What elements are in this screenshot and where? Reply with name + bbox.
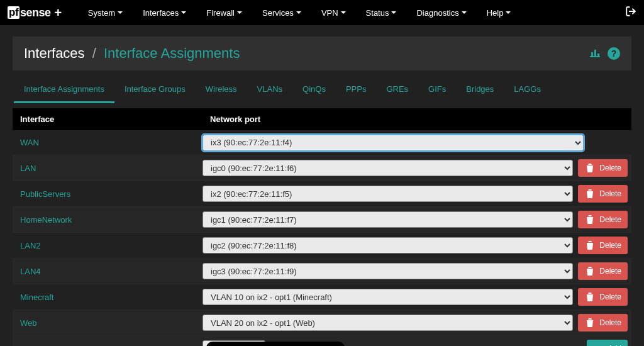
svg-rect-1 — [590, 56, 600, 57]
interface-link[interactable]: HomeNetwork — [13, 211, 203, 228]
nav-item-vpn[interactable]: VPN — [311, 8, 356, 18]
nav-item-label: Interfaces — [143, 8, 179, 18]
table-row: HomeNetworkigc1 (90:ec:77:2e:11:f7)Delet… — [13, 207, 631, 233]
tab-interface-groups[interactable]: Interface Groups — [114, 77, 196, 103]
svg-rect-3 — [594, 50, 596, 56]
tab-ppps[interactable]: PPPs — [336, 77, 377, 103]
trash-icon — [584, 291, 596, 303]
table-row: WANix3 (90:ec:77:2e:11:f4) — [13, 130, 631, 155]
breadcrumb-sep: / — [92, 45, 96, 61]
table-row: PublicServersix2 (90:ec:77:2e:11:f5)Dele… — [13, 181, 631, 207]
tab-laggs[interactable]: LAGGs — [504, 77, 551, 103]
tab-vlans[interactable]: VLANs — [247, 77, 292, 103]
trash-icon — [584, 162, 596, 174]
port-cell: igc3 (90:ec:77:2e:11:f9)Delete — [203, 262, 631, 280]
nav-item-firewall[interactable]: Firewall — [196, 8, 252, 18]
table-row: LAN2igc2 (90:ec:77:2e:11:f8)Delete — [13, 233, 631, 259]
chevron-down-icon — [181, 11, 186, 14]
interface-link[interactable]: LAN — [13, 160, 203, 177]
tab-qinqs[interactable]: QinQs — [292, 77, 336, 103]
trash-icon — [584, 240, 596, 251]
status-chart-icon[interactable] — [590, 48, 600, 59]
nav-item-label: Diagnostics — [416, 8, 458, 18]
tab-gres[interactable]: GREs — [376, 77, 418, 103]
port-cell: VLAN 10 on ix2 - opt1 (Minecraft)Delete — [203, 288, 631, 306]
port-cell: igc1 (90:ec:77:2e:11:f7)Delete — [203, 211, 631, 228]
interface-link[interactable]: Minecraft — [13, 289, 203, 306]
table-row: LAN4igc3 (90:ec:77:2e:11:f9)Delete — [13, 259, 631, 284]
breadcrumb: Interfaces / Interface Assignments — [24, 45, 240, 62]
breadcrumb-sub[interactable]: Interface Assignments — [104, 45, 240, 61]
nav-item-status[interactable]: Status — [356, 8, 407, 18]
svg-rect-2 — [591, 52, 593, 56]
port-cell: ix3 (90:ec:77:2e:11:f4) — [203, 135, 631, 151]
interface-link[interactable]: WAN — [13, 134, 203, 151]
nav-item-interfaces[interactable]: Interfaces — [133, 8, 196, 18]
plus-icon: + — [593, 343, 604, 346]
logo-plus: + — [55, 6, 62, 20]
available-ports-label: Available network ports: — [13, 340, 203, 347]
available-ports-row: Available network ports: + Add — [13, 336, 631, 346]
delete-button-label: Delete — [599, 241, 621, 250]
nav-item-system[interactable]: System — [78, 8, 133, 18]
nav-item-help[interactable]: Help — [477, 8, 521, 18]
header-actions: ? — [590, 47, 620, 60]
port-cell: ix2 (90:ec:77:2e:11:f5)Delete — [203, 185, 631, 203]
tab-wireless[interactable]: Wireless — [196, 77, 247, 103]
network-port-select[interactable]: VLAN 10 on ix2 - opt1 (Minecraft) — [203, 289, 573, 305]
nav-item-label: Status — [366, 8, 389, 18]
network-port-select[interactable]: igc2 (90:ec:77:2e:11:f8) — [203, 237, 573, 254]
interface-link[interactable]: Web — [13, 315, 203, 332]
nav-item-label: Help — [487, 8, 504, 18]
delete-button[interactable]: Delete — [578, 211, 628, 228]
table-row: LANigc0 (90:ec:77:2e:11:f6)Delete — [13, 155, 631, 181]
interface-link[interactable]: PublicServers — [13, 186, 203, 203]
table-row: WebVLAN 20 on ix2 - opt1 (Web)Delete — [13, 310, 631, 336]
help-icon[interactable]: ? — [608, 47, 620, 60]
delete-button[interactable]: Delete — [578, 159, 628, 177]
network-port-select[interactable]: igc1 (90:ec:77:2e:11:f7) — [203, 211, 573, 228]
logo[interactable]: pfsense+ — [8, 6, 62, 20]
network-port-select[interactable]: igc3 (90:ec:77:2e:11:f9) — [203, 263, 573, 279]
page-header: Interfaces / Interface Assignments ? — [13, 36, 631, 70]
col-interface: Interface — [13, 108, 203, 130]
nav-item-services[interactable]: Services — [252, 8, 311, 18]
logo-sense: sense — [20, 6, 51, 20]
delete-button-label: Delete — [599, 215, 621, 224]
delete-button[interactable]: Delete — [578, 237, 628, 254]
logout-icon[interactable] — [625, 6, 636, 20]
port-cell: igc0 (90:ec:77:2e:11:f6)Delete — [203, 159, 631, 177]
delete-button-label: Delete — [599, 164, 621, 172]
interface-link[interactable]: LAN2 — [13, 237, 203, 254]
tabs: Interface AssignmentsInterface GroupsWir… — [0, 77, 644, 103]
delete-button[interactable]: Delete — [578, 262, 628, 280]
network-port-select[interactable]: ix3 (90:ec:77:2e:11:f4) — [203, 135, 584, 151]
nav-items: SystemInterfacesFirewallServicesVPNStatu… — [78, 8, 521, 18]
chevron-down-icon — [506, 11, 511, 14]
svg-rect-4 — [597, 53, 599, 56]
chevron-down-icon — [391, 11, 396, 14]
delete-button[interactable]: Delete — [578, 288, 628, 306]
tab-bridges[interactable]: Bridges — [456, 77, 504, 103]
network-port-select[interactable]: igc0 (90:ec:77:2e:11:f6) — [203, 160, 573, 176]
chevron-down-icon — [296, 11, 301, 14]
table-header: Interface Network port — [13, 108, 631, 130]
network-port-select[interactable]: VLAN 20 on ix2 - opt1 (Web) — [203, 315, 573, 331]
nav-item-label: Services — [262, 8, 294, 18]
delete-button[interactable]: Delete — [578, 314, 628, 332]
tab-gifs[interactable]: GIFs — [418, 77, 456, 103]
tab-interface-assignments[interactable]: Interface Assignments — [14, 77, 114, 103]
delete-button-label: Delete — [599, 267, 621, 276]
logo-pf: pf — [8, 6, 19, 19]
col-network-port: Network port — [203, 108, 631, 130]
add-button[interactable]: + Add — [587, 340, 628, 346]
breadcrumb-main[interactable]: Interfaces — [24, 45, 85, 61]
table-row: MinecraftVLAN 10 on ix2 - opt1 (Minecraf… — [13, 284, 631, 310]
nav-item-diagnostics[interactable]: Diagnostics — [406, 8, 476, 18]
network-port-select[interactable]: ix2 (90:ec:77:2e:11:f5) — [203, 186, 573, 202]
delete-button-label: Delete — [599, 189, 621, 198]
delete-button[interactable]: Delete — [578, 185, 628, 203]
interface-link[interactable]: LAN4 — [13, 263, 203, 280]
port-cell: igc2 (90:ec:77:2e:11:f8)Delete — [203, 237, 631, 254]
chevron-down-icon — [462, 11, 467, 14]
